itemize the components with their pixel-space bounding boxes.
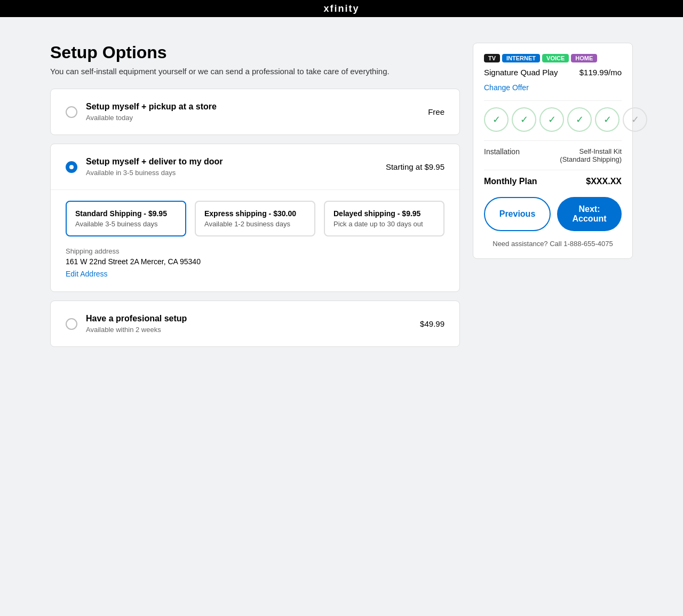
option-pickup-info: Setup myself + pickup at a store Availab… <box>86 102 419 122</box>
delivery-info: Setup myself + deliver to my door Availa… <box>86 157 377 177</box>
check-4: ✓ <box>567 107 592 132</box>
shipping-standard[interactable]: Standard Shipping - $9.95 Available 3-5 … <box>66 201 186 236</box>
installation-value: Self-Install Kit(Standard Shipping) <box>560 147 622 163</box>
page-title: Setup Options <box>50 43 460 62</box>
option-pickup-subtitle: Available today <box>86 114 419 122</box>
option-delivery: Setup myself + deliver to my door Availa… <box>50 144 460 292</box>
shipping-address-label: Shipping address <box>66 247 444 255</box>
option-pickup-title: Setup myself + pickup at a store <box>86 102 419 112</box>
main-content: Setup Options You can self-install equip… <box>50 43 460 356</box>
radio-delivery[interactable] <box>66 161 77 173</box>
previous-button[interactable]: Previous <box>484 197 551 231</box>
shipping-express-title: Express shipping - $30.00 <box>204 209 306 218</box>
badge-voice: VOICE <box>542 54 569 62</box>
shipping-delayed-title: Delayed shipping - $9.95 <box>333 209 435 218</box>
check-icon-1: ✓ <box>493 114 501 125</box>
option-professional[interactable]: Have a profesional setup Available withi… <box>50 301 460 347</box>
shipping-express[interactable]: Express shipping - $30.00 Available 1-2 … <box>195 201 315 236</box>
buttons-row: Previous Next: Account <box>484 197 622 231</box>
check-1: ✓ <box>484 107 509 132</box>
delivery-title: Setup myself + deliver to my door <box>86 157 377 167</box>
service-badges: TV INTERNET VOICE HOME <box>484 54 622 62</box>
change-offer-link[interactable]: Change Offer <box>484 83 622 92</box>
radio-professional[interactable] <box>66 318 77 330</box>
option-professional-title: Have a profesional setup <box>86 314 411 323</box>
option-pickup[interactable]: Setup myself + pickup at a store Availab… <box>50 89 460 135</box>
badge-home: HOME <box>571 54 597 62</box>
monthly-plan-label: Monthly Plan <box>484 177 537 186</box>
plan-name: Signature Quad Play <box>484 68 558 77</box>
option-professional-price: $49.99 <box>420 319 444 328</box>
delivery-price: Starting at $9.95 <box>386 162 444 171</box>
monthly-plan-row: Monthly Plan $XXX.XX <box>484 177 622 186</box>
installation-label: Installation <box>484 147 520 163</box>
check-5: ✓ <box>595 107 620 132</box>
installation-row: Installation Self-Install Kit(Standard S… <box>484 147 622 163</box>
divider-2 <box>484 140 622 141</box>
option-professional-subtitle: Available within 2 weeks <box>86 326 411 334</box>
next-button[interactable]: Next: Account <box>557 197 622 231</box>
edit-address-link[interactable]: Edit Address <box>66 270 108 278</box>
plan-price: $119.99/mo <box>579 68 622 77</box>
top-nav: xfinity <box>0 0 683 17</box>
shipping-express-desc: Available 1-2 business days <box>204 220 306 228</box>
check-icon-4: ✓ <box>576 114 584 125</box>
option-professional-info: Have a profesional setup Available withi… <box>86 314 411 334</box>
shipping-options: Standard Shipping - $9.95 Available 3-5 … <box>51 190 459 247</box>
shipping-address-section: Shipping address 161 W 22nd Street 2A Me… <box>51 247 459 291</box>
shipping-delayed-desc: Pick a date up to 30 days out <box>333 220 435 228</box>
delivery-subtitle: Available in 3-5 buiness days <box>86 169 377 177</box>
check-3: ✓ <box>539 107 564 132</box>
check-icon-5: ✓ <box>603 114 611 125</box>
shipping-address-value: 161 W 22nd Street 2A Mercer, CA 95340 <box>66 257 444 266</box>
xfinity-logo: xfinity <box>323 3 359 14</box>
plan-row: Signature Quad Play $119.99/mo <box>484 68 622 77</box>
badge-internet: INTERNET <box>502 54 540 62</box>
divider-1 <box>484 100 622 101</box>
badge-tv: TV <box>484 54 500 62</box>
divider-3 <box>484 170 622 170</box>
check-6: ✓ <box>623 107 647 132</box>
sidebar-card: TV INTERNET VOICE HOME Signature Quad Pl… <box>473 43 633 259</box>
shipping-standard-desc: Available 3-5 buiness days <box>75 220 177 228</box>
check-icon-2: ✓ <box>520 114 528 125</box>
page-subtitle: You can self-install equipment yourself … <box>50 67 460 76</box>
option-pickup-price: Free <box>428 107 444 116</box>
checkmarks-row: ✓ ✓ ✓ ✓ ✓ ✓ <box>484 107 622 132</box>
check-2: ✓ <box>512 107 536 132</box>
shipping-delayed[interactable]: Delayed shipping - $9.95 Pick a date up … <box>324 201 444 236</box>
radio-pickup[interactable] <box>66 106 77 118</box>
delivery-header[interactable]: Setup myself + deliver to my door Availa… <box>51 144 459 190</box>
monthly-plan-price: $XXX.XX <box>586 177 622 186</box>
sidebar: TV INTERNET VOICE HOME Signature Quad Pl… <box>473 43 633 356</box>
check-icon-6: ✓ <box>631 114 639 125</box>
shipping-standard-title: Standard Shipping - $9.95 <box>75 209 177 218</box>
check-icon-3: ✓ <box>548 114 556 125</box>
assistance-text: Need assistance? Call 1-888-655-4075 <box>484 240 622 248</box>
